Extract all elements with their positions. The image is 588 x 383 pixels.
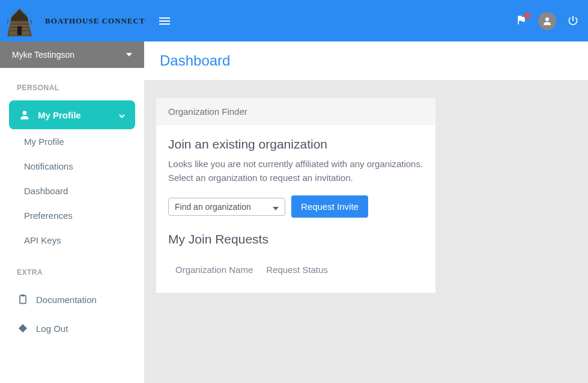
organization-select[interactable]: Find an organization — [168, 198, 285, 216]
power-icon[interactable] — [567, 15, 579, 27]
sidebar-subitem-preferences[interactable]: Preferences — [0, 203, 144, 228]
my-requests-title: My Join Requests — [168, 232, 423, 247]
svg-rect-16 — [22, 295, 25, 296]
sidebar-item-label: Documentation — [36, 295, 97, 305]
brand-logo[interactable]: BOATHOUSE CONNECT — [0, 0, 145, 41]
brand-name: BOATHOUSE CONNECT — [45, 16, 145, 26]
page-header: Dashboard — [144, 41, 588, 80]
user-avatar[interactable] — [538, 12, 556, 30]
sidebar-item-label: My Profile — [38, 110, 81, 120]
svg-rect-17 — [19, 324, 27, 332]
person-icon — [542, 16, 553, 26]
caret-down-icon — [126, 50, 132, 60]
topbar-actions — [515, 12, 579, 30]
table-col-org: Organization Name — [175, 265, 253, 275]
svg-point-14 — [23, 111, 27, 115]
table-col-status: Request Status — [266, 265, 328, 275]
username-label: Myke Testingson — [12, 50, 74, 60]
sidebar-section-personal: PERSONAL — [0, 68, 144, 100]
svg-marker-13 — [126, 53, 132, 57]
svg-rect-6 — [17, 26, 22, 35]
sidebar: Myke Testingson PERSONAL My Profile My P… — [0, 41, 144, 383]
main-content: Dashboard Organization Finder Join an ex… — [144, 41, 588, 383]
boathouse-icon — [3, 4, 36, 37]
svg-rect-15 — [20, 295, 26, 303]
invite-form-row: Find an organization Request Invite — [168, 195, 423, 218]
sidebar-item-my-profile[interactable]: My Profile — [9, 100, 135, 129]
join-description: Looks like you are not currently affilia… — [168, 158, 423, 185]
organization-finder-card: Organization Finder Join an existing org… — [156, 98, 435, 293]
sidebar-section-extra: EXTRA — [0, 253, 144, 285]
caret-down-icon — [273, 204, 279, 210]
sidebar-item-label: Log Out — [36, 323, 68, 334]
join-title: Join an existing organization — [168, 137, 423, 152]
card-header: Organization Finder — [156, 98, 435, 125]
request-invite-button[interactable]: Request Invite — [291, 195, 368, 218]
svg-point-11 — [545, 17, 549, 21]
person-icon — [19, 109, 31, 121]
select-placeholder: Find an organization — [175, 202, 251, 212]
chevron-down-icon — [118, 111, 126, 118]
sidebar-subitem-dashboard[interactable]: Dashboard — [0, 179, 144, 203]
user-selector[interactable]: Myke Testingson — [0, 41, 144, 68]
sidebar-item-documentation[interactable]: Documentation — [0, 285, 144, 314]
svg-marker-18 — [273, 207, 279, 210]
menu-toggle-icon[interactable] — [157, 14, 172, 28]
sidebar-subitem-api-keys[interactable]: API Keys — [0, 228, 144, 253]
sidebar-subitem-my-profile[interactable]: My Profile — [0, 129, 144, 154]
requests-table-header: Organization Name Request Status — [168, 259, 423, 281]
sidebar-subitem-notifications[interactable]: Notifications — [0, 154, 144, 179]
diamond-icon — [17, 322, 29, 334]
clipboard-icon — [17, 293, 29, 305]
notification-badge — [524, 12, 531, 19]
topbar: BOATHOUSE CONNECT — [0, 0, 588, 41]
page-title: Dashboard — [160, 52, 572, 69]
sidebar-item-logout[interactable]: Log Out — [0, 314, 144, 343]
notifications-button[interactable] — [515, 14, 527, 28]
